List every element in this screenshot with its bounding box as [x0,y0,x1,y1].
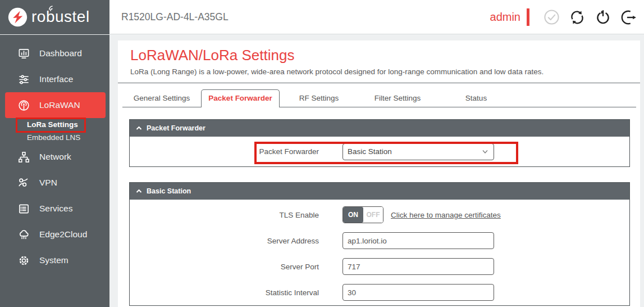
network-icon [17,150,30,164]
sidebar-item-services[interactable]: Services [0,196,109,222]
server-port-label: Server Port [130,263,319,271]
sidebar-subitem-embedded-lns[interactable]: Embedded LNS [0,131,109,144]
vpn-icon [17,176,30,189]
statistic-interval-label: Statistic Interval [130,288,319,297]
tls-enable-toggle[interactable]: ON OFF [342,206,383,223]
sidebar-subitem-lora-settings[interactable]: LoRa Settings [0,118,109,131]
sidebar-item-system[interactable]: System [0,247,109,273]
signal-waves-icon [47,4,56,11]
sidebar-item-interface[interactable]: Interface [0,66,109,92]
username-label: admin [490,11,520,24]
reboot-icon[interactable] [595,9,611,26]
page-title: LoRaWAN/LoRa Settings [130,47,640,64]
interface-icon [17,73,30,86]
system-icon [17,254,30,267]
edge2cloud-icon [17,228,30,241]
packet-forwarder-section: Packet Forwarder Packet Forwarder Basic … [129,119,630,167]
logo-text: robustel [31,8,90,26]
robustel-logo-icon [7,7,28,28]
dashboard-icon [17,47,30,60]
sidebar-item-network[interactable]: Network [0,144,109,170]
packet-forwarder-select[interactable]: Basic Station [342,143,494,160]
sidebar-item-label: LoRaWAN [39,100,80,110]
tab-filter-settings[interactable]: Filter Settings [358,89,437,107]
page-subtitle: LoRa (Long Range) is a low-power, wide-a… [130,67,640,76]
tab-rf-settings[interactable]: RF Settings [280,89,358,107]
lorawan-icon [17,98,30,112]
sidebar-item-label: VPN [39,178,57,188]
sidebar-item-label: System [39,255,68,265]
tab-status[interactable]: Status [437,89,515,107]
packet-forwarder-label: Packet Forwarder [130,147,319,156]
chevron-down-icon [482,150,488,154]
main-content: LoRaWAN/LoRa Settings LoRa (Long Range) … [118,40,640,307]
tab-bar: General Settings Packet Forwarder RF Set… [122,89,636,107]
chevron-up-icon [136,126,142,130]
sidebar: Dashboard Interface LoRaWAN LoRa Setting… [0,35,109,307]
toggle-off-segment[interactable]: OFF [363,207,383,223]
title-divider [118,83,640,83]
sidebar-item-label: Interface [39,74,73,84]
server-port-input[interactable] [342,258,494,275]
sidebar-item-lorawan[interactable]: LoRaWAN [5,92,106,118]
manage-certificates-link[interactable]: Click here to manage certificates [391,211,501,219]
server-address-input[interactable] [342,232,494,249]
chevron-up-icon [136,189,142,193]
refresh-icon[interactable] [569,9,586,26]
sidebar-item-label: Network [39,152,71,162]
selected-option: Basic Station [348,147,392,156]
tls-enable-label: TLS Enable [130,211,319,219]
toggle-on-segment[interactable]: ON [343,207,363,223]
tab-packet-forwarder[interactable]: Packet Forwarder [201,89,280,107]
statistic-interval-input[interactable] [342,284,494,301]
sidebar-item-edge2cloud[interactable]: Edge2Cloud [0,222,109,247]
packet-forwarder-section-header[interactable]: Packet Forwarder [130,120,629,137]
device-model-title: R1520LG-AD-4L-A35GL [121,0,229,34]
logo[interactable]: robustel [0,0,109,34]
section-title: Basic Station [147,187,191,195]
services-icon [17,202,30,215]
logout-icon[interactable] [620,9,637,26]
tab-general-settings[interactable]: General Settings [122,89,201,107]
confirm-icon[interactable] [543,9,560,26]
sidebar-item-label: Dashboard [39,48,82,58]
server-address-label: Server Address [130,237,319,245]
sidebar-item-vpn[interactable]: VPN [0,170,109,196]
section-title: Packet Forwarder [147,124,205,132]
topbar-actions: admin [490,0,637,34]
sidebar-item-label: Services [39,204,72,214]
basic-station-section-header[interactable]: Basic Station [130,183,629,200]
sidebar-item-dashboard[interactable]: Dashboard [0,40,109,66]
username-divider [527,8,529,26]
basic-station-section: Basic Station TLS Enable ON OFF Click he… [129,182,630,306]
sidebar-item-label: Edge2Cloud [39,229,87,240]
topbar: robustel R1520LG-AD-4L-A35GL admin [0,0,644,34]
